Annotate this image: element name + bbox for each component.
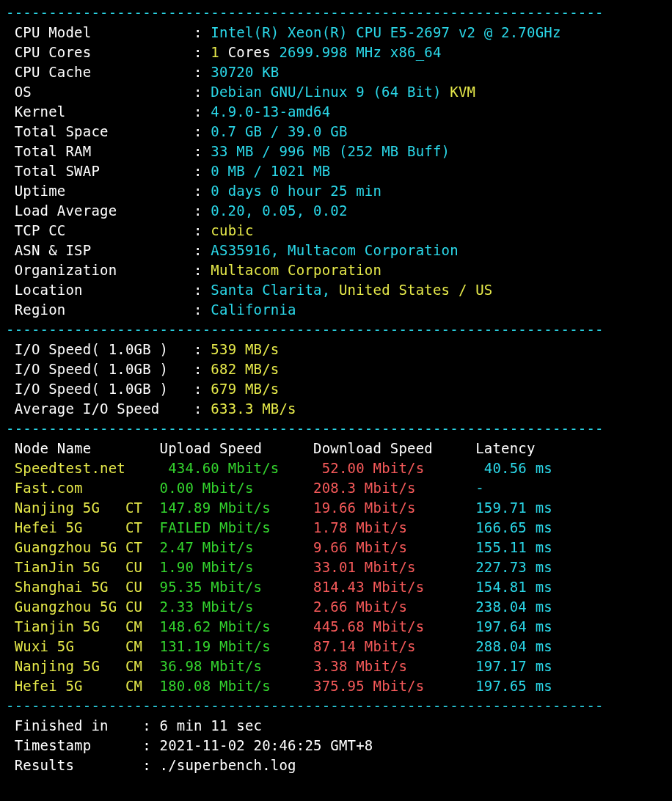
- net-download: 2.66 Mbit/s: [313, 599, 475, 615]
- kernel-label: Kernel :: [15, 103, 202, 120]
- net-upload: 131.19 Mbit/s: [160, 638, 314, 654]
- net-row: Tianjin 5G CM 148.62 Mbit/s 445.68 Mbit/…: [6, 618, 552, 634]
- net-row: Guangzhou 5G CT 2.47 Mbit/s 9.66 Mbit/s …: [6, 539, 552, 555]
- net-upload: 434.60 Mbit/s: [168, 460, 322, 476]
- net-download: 9.66 Mbit/s: [313, 539, 475, 555]
- cpu-cores-n: 1: [211, 44, 219, 60]
- net-latency: 155.11 ms: [475, 539, 552, 555]
- net-latency: 227.73 ms: [475, 559, 552, 575]
- net-download: 375.95 Mbit/s: [313, 678, 475, 694]
- net-upload: FAILED Mbit/s: [160, 519, 314, 535]
- io-speed-1-label: I/O Speed( 1.0GB ) :: [15, 341, 202, 357]
- separator: ----------------------------------------…: [6, 698, 604, 714]
- location-country: United States / US: [339, 282, 493, 298]
- cpu-model-label: CPU Model :: [15, 24, 202, 40]
- net-node: Nanjing 5G CM: [6, 658, 142, 674]
- net-latency: 197.64 ms: [475, 618, 552, 634]
- region-value: California: [211, 301, 296, 318]
- net-node: Guangzhou 5G CU: [6, 599, 142, 615]
- os-virt: KVM: [450, 84, 475, 100]
- net-latency: 159.71 ms: [475, 500, 552, 516]
- net-latency: 288.04 ms: [475, 638, 552, 654]
- region-label: Region :: [15, 301, 202, 318]
- os-value: Debian GNU/Linux 9 (64 Bit): [211, 84, 441, 100]
- load-avg-label: Load Average :: [15, 202, 202, 219]
- total-swap-value: 0 MB / 1021 MB: [211, 163, 330, 179]
- net-upload: 148.62 Mbit/s: [160, 618, 314, 634]
- net-header: Node Name Upload Speed Download Speed La…: [6, 440, 536, 456]
- net-row: Nanjing 5G CM 36.98 Mbit/s 3.38 Mbit/s 1…: [6, 658, 552, 674]
- total-space-value: 0.7 GB / 39.0 GB: [211, 123, 347, 139]
- cpu-cache-label: CPU Cache :: [15, 64, 202, 80]
- finished-value: 6 min 11 sec: [160, 717, 263, 734]
- separator: ----------------------------------------…: [6, 420, 604, 436]
- net-node: Speedtest.net: [6, 460, 151, 476]
- net-node: Fast.com: [6, 480, 142, 496]
- net-row: TianJin 5G CU 1.90 Mbit/s 33.01 Mbit/s 2…: [6, 559, 552, 575]
- net-latency: -: [475, 480, 484, 496]
- tcp-cc-value: cubic: [211, 222, 253, 238]
- location-label: Location :: [15, 282, 202, 298]
- cpu-freq-arch: 2699.998 MHz x86_64: [279, 44, 441, 60]
- net-row: Speedtest.net 434.60 Mbit/s 52.00 Mbit/s…: [6, 460, 552, 476]
- net-node: TianJin 5G CU: [6, 559, 142, 575]
- net-row: Hefei 5G CM 180.08 Mbit/s 375.95 Mbit/s …: [6, 678, 552, 694]
- uptime-value: 0 days 0 hour 25 min: [211, 183, 381, 199]
- total-swap-label: Total SWAP :: [15, 163, 202, 179]
- cpu-cache-value: 30720 KB: [211, 64, 279, 80]
- net-upload: 2.33 Mbit/s: [160, 599, 314, 615]
- org-label: Organization :: [15, 262, 202, 278]
- cpu-model-value: Intel(R) Xeon(R) CPU E5-2697 v2 @ 2.70GH…: [211, 24, 560, 40]
- net-latency: 154.81 ms: [475, 579, 552, 595]
- net-upload: 147.89 Mbit/s: [160, 500, 314, 516]
- location-city: Santa Clarita,: [211, 282, 330, 298]
- net-row: Nanjing 5G CT 147.89 Mbit/s 19.66 Mbit/s…: [6, 500, 552, 516]
- asn-isp-value: AS35916, Multacom Corporation: [211, 242, 459, 258]
- net-row: Fast.com 0.00 Mbit/s 208.3 Mbit/s -: [6, 480, 484, 496]
- net-latency: 197.65 ms: [475, 678, 552, 694]
- net-download: 87.14 Mbit/s: [313, 638, 475, 654]
- io-speed-3-value: 679 MB/s: [211, 381, 279, 397]
- net-upload: 180.08 Mbit/s: [160, 678, 314, 694]
- cpu-cores-word: Cores: [228, 44, 271, 60]
- net-upload: 36.98 Mbit/s: [160, 658, 314, 674]
- io-speed-2-value: 682 MB/s: [211, 361, 279, 377]
- net-node: Shanghai 5G CU: [6, 579, 142, 595]
- net-download: 19.66 Mbit/s: [313, 500, 475, 516]
- net-latency: 238.04 ms: [475, 599, 552, 615]
- net-node: Guangzhou 5G CT: [6, 539, 142, 555]
- total-space-label: Total Space :: [15, 123, 202, 139]
- net-row: Shanghai 5G CU 95.35 Mbit/s 814.43 Mbit/…: [6, 579, 552, 595]
- cpu-cores-label: CPU Cores :: [15, 44, 202, 60]
- net-download: 3.38 Mbit/s: [313, 658, 475, 674]
- tcp-cc-label: TCP CC :: [15, 222, 202, 238]
- net-download: 814.43 Mbit/s: [313, 579, 475, 595]
- total-ram-label: Total RAM :: [15, 143, 202, 159]
- net-download: 52.00 Mbit/s: [322, 460, 484, 476]
- org-value: Multacom Corporation: [211, 262, 381, 278]
- net-latency: 40.56 ms: [484, 460, 552, 476]
- uptime-label: Uptime :: [15, 183, 202, 199]
- net-node: Hefei 5G CT: [6, 519, 142, 535]
- os-label: OS :: [15, 84, 202, 100]
- results-value: ./superbench.log: [160, 757, 296, 773]
- separator: ----------------------------------------…: [6, 4, 604, 21]
- kernel-value: 4.9.0-13-amd64: [211, 103, 330, 120]
- io-speed-2-label: I/O Speed( 1.0GB ) :: [15, 361, 202, 377]
- net-upload: 1.90 Mbit/s: [160, 559, 314, 575]
- net-upload: 0.00 Mbit/s: [160, 480, 314, 496]
- io-speed-3-label: I/O Speed( 1.0GB ) :: [15, 381, 202, 397]
- io-avg-label: Average I/O Speed :: [15, 400, 202, 417]
- net-download: 208.3 Mbit/s: [313, 480, 475, 496]
- net-download: 1.78 Mbit/s: [313, 519, 475, 535]
- net-row: Wuxi 5G CM 131.19 Mbit/s 87.14 Mbit/s 28…: [6, 638, 552, 654]
- net-download: 445.68 Mbit/s: [313, 618, 475, 634]
- net-node: Wuxi 5G CM: [6, 638, 142, 654]
- results-label: Results :: [15, 757, 151, 773]
- net-latency: 197.17 ms: [475, 658, 552, 674]
- separator: ----------------------------------------…: [6, 321, 604, 337]
- net-rows: Speedtest.net 434.60 Mbit/s 52.00 Mbit/s…: [6, 460, 552, 694]
- io-avg-value: 633.3 MB/s: [211, 400, 296, 417]
- load-avg-value: 0.20, 0.05, 0.02: [211, 202, 347, 219]
- total-ram-value: 33 MB / 996 MB (252 MB Buff): [211, 143, 450, 159]
